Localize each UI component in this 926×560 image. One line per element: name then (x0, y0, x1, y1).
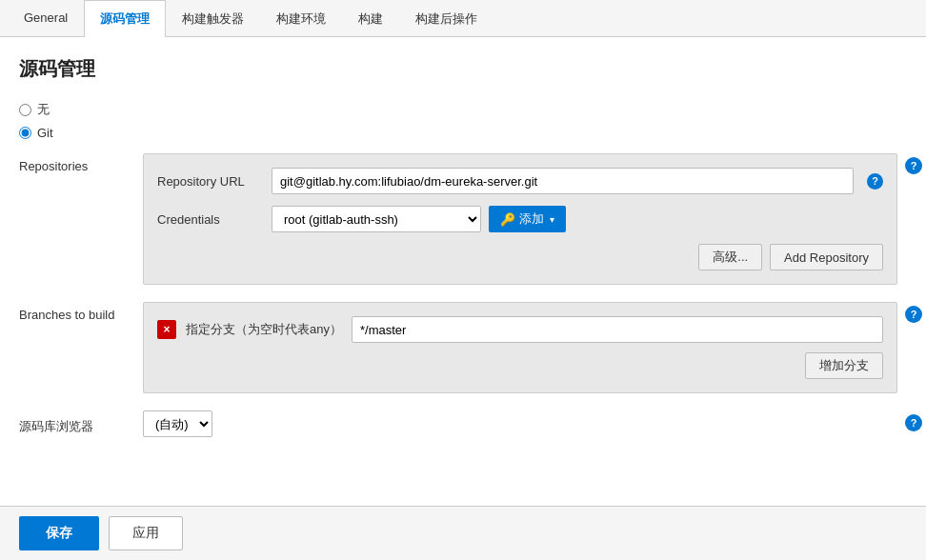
tab-post-build[interactable]: 构建后操作 (399, 0, 493, 37)
branches-label: Branches to build (19, 302, 143, 322)
source-browser-section: 源码库浏览器 (自动) ? (19, 410, 897, 437)
repo-url-input[interactable] (272, 168, 854, 194)
repositories-section: Repositories Repository URL ? Credential… (19, 153, 897, 285)
branch-field-row: × 指定分支（为空时代表any） (157, 316, 883, 343)
key-icon: 🔑 (500, 212, 515, 227)
branch-field-label: 指定分支（为空时代表any） (186, 321, 342, 338)
source-browser-help-icon[interactable]: ? (905, 414, 922, 431)
repo-button-row: 高级... Add Repository (157, 244, 883, 270)
branches-help-icon[interactable]: ? (905, 306, 922, 323)
credentials-row: Credentials root (gitlab-auth-ssh) 🔑 添加 … (157, 206, 883, 232)
repo-url-label: Repository URL (157, 174, 262, 189)
credentials-controls: root (gitlab-auth-ssh) 🔑 添加 ▾ (272, 206, 566, 232)
branches-wrapper: × 指定分支（为空时代表any） 增加分支 ? (143, 302, 897, 393)
source-browser-wrapper: (自动) ? (143, 410, 897, 437)
credentials-select[interactable]: root (gitlab-auth-ssh) (272, 206, 481, 232)
radio-none-label: 无 (37, 101, 50, 118)
radio-git-input[interactable] (19, 127, 31, 139)
page-title: 源码管理 (19, 56, 897, 82)
branch-input[interactable] (352, 316, 883, 343)
save-button[interactable]: 保存 (19, 516, 99, 550)
add-branch-button[interactable]: 增加分支 (805, 352, 883, 379)
page-content: 源码管理 无 Git Repositories Repository URL ? (0, 37, 926, 551)
radio-git[interactable]: Git (19, 126, 897, 140)
repo-url-row: Repository URL ? (157, 168, 883, 194)
repositories-help-icon[interactable]: ? (905, 157, 922, 174)
branches-box: × 指定分支（为空时代表any） 增加分支 (143, 302, 897, 393)
add-credentials-button[interactable]: 🔑 添加 ▾ (489, 206, 566, 232)
credentials-label: Credentials (157, 212, 262, 227)
tab-build-trigger[interactable]: 构建触发器 (166, 0, 260, 37)
repo-url-help-icon[interactable]: ? (867, 173, 883, 190)
caret-down-icon: ▾ (550, 214, 554, 225)
tabs-bar: General 源码管理 构建触发器 构建环境 构建 构建后操作 (0, 0, 926, 37)
tab-general[interactable]: General (8, 0, 84, 37)
apply-button[interactable]: 应用 (109, 516, 183, 550)
branch-button-row: 增加分支 (157, 352, 883, 379)
repositories-box: Repository URL ? Credentials root (gitla… (143, 153, 897, 285)
radio-git-label: Git (37, 126, 53, 140)
add-credentials-label: 添加 (519, 210, 544, 228)
source-browser-select[interactable]: (自动) (143, 410, 212, 437)
delete-branch-button[interactable]: × (157, 320, 176, 339)
tab-source-management[interactable]: 源码管理 (84, 0, 166, 37)
radio-none-input[interactable] (19, 104, 31, 116)
advanced-button[interactable]: 高级... (698, 244, 762, 270)
branches-section: Branches to build × 指定分支（为空时代表any） 增加分支 … (19, 302, 897, 393)
repositories-label: Repositories (19, 153, 143, 173)
radio-none[interactable]: 无 (19, 101, 897, 118)
tab-build-env[interactable]: 构建环境 (260, 0, 342, 37)
add-repository-button[interactable]: Add Repository (770, 244, 883, 270)
radio-group: 无 Git (19, 101, 897, 140)
repositories-wrapper: Repository URL ? Credentials root (gitla… (143, 153, 897, 285)
source-browser-label: 源码库浏览器 (19, 412, 143, 435)
tab-build[interactable]: 构建 (342, 0, 399, 37)
bottom-bar: 保存 应用 (0, 506, 926, 551)
